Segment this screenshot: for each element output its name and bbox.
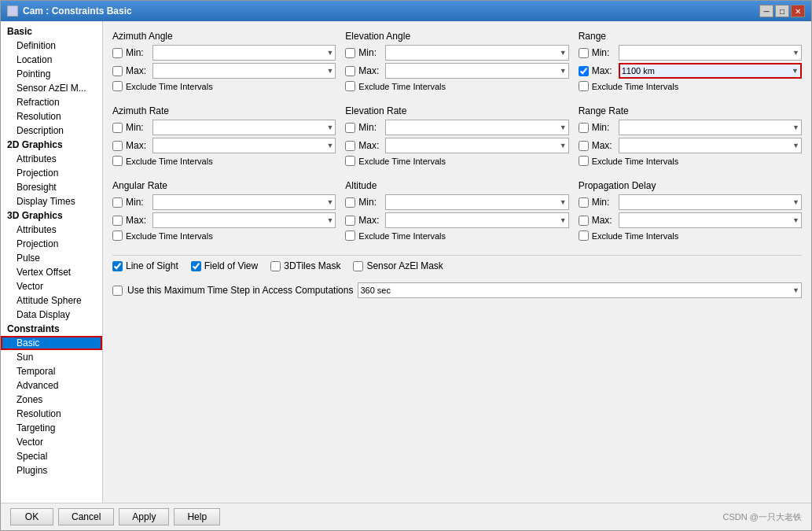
elevation-angle-exclude-checkbox[interactable]	[345, 81, 355, 91]
altitude-max-input[interactable]: ▼	[385, 212, 568, 228]
propagation-delay-min-spin[interactable]: ▼	[792, 198, 799, 206]
elevation-rate-max-spin[interactable]: ▼	[560, 142, 567, 149]
azimuth-rate-min-input[interactable]: ▼	[152, 120, 336, 135]
propagation-delay-max-input[interactable]: ▼	[619, 212, 802, 228]
elevation-angle-max-input[interactable]: ▼	[385, 63, 568, 79]
range-rate-exclude-checkbox[interactable]	[579, 156, 589, 166]
sidebar-item-sensor-azel[interactable]: Sensor AzEl M...	[1, 81, 102, 95]
sidebar-item-location[interactable]: Location	[1, 53, 102, 67]
range-exclude-checkbox[interactable]	[579, 81, 589, 91]
range-rate-min-spin[interactable]: ▼	[792, 124, 799, 131]
time-step-input[interactable]: 360 sec ▼	[358, 282, 802, 298]
propagation-delay-exclude-checkbox[interactable]	[579, 230, 589, 241]
field-of-view-checkbox[interactable]	[191, 261, 201, 271]
azimuth-angle-min-input[interactable]: ▼	[152, 45, 336, 61]
altitude-max-checkbox[interactable]	[345, 216, 355, 226]
azimuth-rate-min-checkbox[interactable]	[112, 123, 123, 133]
sidebar-item-2d-display-times[interactable]: Display Times	[1, 194, 102, 208]
azimuth-rate-min-spin[interactable]: ▼	[326, 124, 333, 131]
sidebar-item-description[interactable]: Description	[1, 124, 102, 138]
angular-rate-min-checkbox[interactable]	[112, 197, 123, 208]
propagation-delay-min-input[interactable]: ▼	[619, 194, 802, 210]
close-button[interactable]: ✕	[791, 5, 805, 17]
altitude-exclude-checkbox[interactable]	[345, 230, 355, 241]
cancel-button[interactable]: Cancel	[58, 508, 114, 525]
range-rate-min-checkbox[interactable]	[579, 123, 589, 133]
sidebar-item-definition[interactable]: Definition	[1, 39, 102, 53]
sidebar-item-3d-vector[interactable]: Vector	[1, 279, 102, 293]
sidebar-item-constraints-sun[interactable]: Sun	[1, 350, 102, 364]
angular-rate-min-input[interactable]: ▼	[152, 194, 336, 210]
help-button[interactable]: Help	[174, 508, 220, 525]
sidebar-item-constraints-special[interactable]: Special	[1, 449, 102, 463]
range-min-checkbox[interactable]	[579, 48, 589, 58]
range-rate-max-checkbox[interactable]	[579, 141, 589, 151]
sidebar-item-constraints-plugins[interactable]: Plugins	[1, 463, 102, 478]
azimuth-angle-max-spin[interactable]: ▼	[326, 67, 333, 75]
restore-button[interactable]: □	[775, 5, 789, 17]
azimuth-angle-max-checkbox[interactable]	[112, 66, 123, 76]
sidebar-item-constraints-temporal[interactable]: Temporal	[1, 364, 102, 378]
sensor-azel-mask-checkbox[interactable]	[353, 261, 363, 271]
sidebar-item-3d-pulse[interactable]: Pulse	[1, 251, 102, 265]
sidebar-item-constraints-basic[interactable]: Basic	[1, 336, 102, 350]
angular-rate-min-spin[interactable]: ▼	[326, 198, 333, 206]
sidebar-item-3d-attitude-sphere[interactable]: Attitude Sphere	[1, 293, 102, 308]
field-of-view-option[interactable]: Field of View	[191, 260, 258, 271]
azimuth-angle-exclude-checkbox[interactable]	[112, 81, 123, 91]
range-rate-min-input[interactable]: ▼	[619, 120, 802, 135]
time-step-checkbox[interactable]	[112, 286, 123, 296]
sidebar-item-2d-boresight[interactable]: Boresight	[1, 180, 102, 194]
azimuth-angle-min-checkbox[interactable]	[112, 48, 123, 58]
range-rate-max-input[interactable]: ▼	[619, 138, 802, 153]
range-max-checkbox[interactable]	[579, 66, 589, 76]
range-rate-max-spin[interactable]: ▼	[792, 142, 799, 149]
sidebar-item-resolution[interactable]: Resolution	[1, 109, 102, 124]
range-max-input[interactable]: 1100 km ▼	[619, 63, 802, 79]
range-max-spin[interactable]: ▼	[792, 67, 799, 75]
sidebar-item-pointing[interactable]: Pointing	[1, 67, 102, 81]
sidebar-item-constraints-resolution[interactable]: Resolution	[1, 407, 102, 421]
azimuth-rate-max-spin[interactable]: ▼	[326, 142, 333, 149]
propagation-delay-min-checkbox[interactable]	[579, 197, 589, 208]
elevation-angle-min-checkbox[interactable]	[345, 48, 355, 58]
angular-rate-max-input[interactable]: ▼	[152, 212, 336, 228]
elevation-rate-max-checkbox[interactable]	[345, 141, 355, 151]
sidebar-item-3d-data-display[interactable]: Data Display	[1, 308, 102, 322]
elevation-rate-min-spin[interactable]: ▼	[560, 124, 567, 131]
sidebar-item-constraints-zones[interactable]: Zones	[1, 393, 102, 407]
ok-button[interactable]: OK	[10, 508, 53, 525]
angular-rate-max-checkbox[interactable]	[112, 216, 123, 226]
range-min-spin[interactable]: ▼	[792, 49, 799, 57]
azimuth-rate-max-input[interactable]: ▼	[152, 138, 336, 153]
elevation-angle-min-input[interactable]: ▼	[385, 45, 568, 61]
sidebar-item-3d-projection[interactable]: Projection	[1, 237, 102, 251]
apply-button[interactable]: Apply	[119, 508, 169, 525]
elevation-angle-max-checkbox[interactable]	[345, 66, 355, 76]
3dtiles-mask-option[interactable]: 3DTiles Mask	[270, 260, 340, 271]
angular-rate-max-spin[interactable]: ▼	[326, 216, 333, 224]
altitude-min-spin[interactable]: ▼	[560, 198, 567, 206]
line-of-sight-checkbox[interactable]	[112, 261, 123, 271]
sidebar-item-2d-attributes[interactable]: Attributes	[1, 152, 102, 166]
sidebar-item-constraints-vector[interactable]: Vector	[1, 435, 102, 449]
sidebar-item-3d-vertex-offset[interactable]: Vertex Offset	[1, 265, 102, 279]
elevation-rate-min-checkbox[interactable]	[345, 123, 355, 133]
sidebar-item-refraction[interactable]: Refraction	[1, 95, 102, 109]
sensor-azel-mask-option[interactable]: Sensor AzEl Mask	[353, 260, 443, 271]
azimuth-angle-max-input[interactable]: ▼	[152, 63, 336, 79]
azimuth-rate-max-checkbox[interactable]	[112, 141, 123, 151]
azimuth-rate-exclude-checkbox[interactable]	[112, 156, 123, 166]
line-of-sight-option[interactable]: Line of Sight	[112, 260, 178, 271]
altitude-min-input[interactable]: ▼	[385, 194, 568, 210]
sidebar-item-3d-attributes[interactable]: Attributes	[1, 223, 102, 237]
minimize-button[interactable]: ─	[759, 5, 773, 17]
altitude-max-spin[interactable]: ▼	[560, 216, 567, 224]
sidebar-item-constraints-advanced[interactable]: Advanced	[1, 378, 102, 393]
elevation-rate-min-input[interactable]: ▼	[385, 120, 568, 135]
propagation-delay-max-checkbox[interactable]	[579, 216, 589, 226]
sidebar-item-constraints-targeting[interactable]: Targeting	[1, 421, 102, 435]
sidebar-item-2d-projection[interactable]: Projection	[1, 166, 102, 180]
azimuth-angle-min-spin[interactable]: ▼	[326, 49, 333, 57]
elevation-rate-max-input[interactable]: ▼	[385, 138, 568, 153]
